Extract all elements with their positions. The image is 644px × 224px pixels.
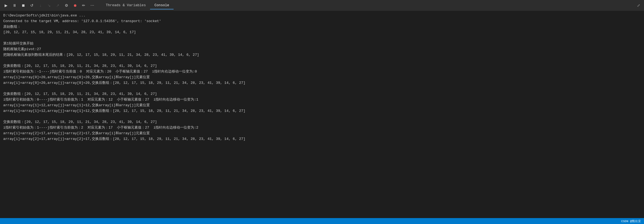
- console-line: i指针索引初始值为：-1----j指针索引当前值：0 对应元素为：20 小于枢轴…: [3, 69, 641, 75]
- clear-button[interactable]: ⏺: [71, 2, 79, 9]
- step-into-button[interactable]: ↘: [45, 2, 53, 9]
- console-line: array[i]=array[1]=12,array[j]=array[1]=1…: [3, 108, 641, 114]
- status-bar: CSDN @熊出没: [0, 218, 644, 224]
- tab-console[interactable]: Console: [150, 2, 174, 9]
- console-line: array[i]=array[0]=20,array[j]=array[0]=2…: [3, 75, 641, 80]
- tabs-area: Threads & Variables Console: [97, 2, 634, 9]
- console-line: Connected to the target VM, address: '12…: [3, 19, 641, 24]
- console-line: array[i]=array[1]=12,array[j]=array[1]=1…: [3, 103, 641, 108]
- toolbar: ▶ ⏸ ⏹ ↺ ↓ ↘ ↗ ⚙ ⏺ ✏ ⋯ Threads & Variable…: [0, 0, 644, 11]
- console-line: 交换前数组：[20, 12, 17, 15, 18, 29, 11, 21, 3…: [3, 91, 641, 97]
- maximize-button[interactable]: ⤢: [635, 2, 642, 9]
- console-line: 交换前数组：[20, 12, 17, 15, 18, 29, 11, 21, 3…: [3, 119, 641, 125]
- console-line: array[i]=array[0]=20,array[j]=array[0]=2…: [3, 80, 641, 86]
- console-line: array[i]=array[2]=17,array[j]=array[2]=1…: [3, 136, 641, 142]
- stop-button[interactable]: ⏹: [19, 2, 27, 9]
- console-line-empty: [3, 86, 641, 91]
- step-out-button[interactable]: ↗: [54, 2, 62, 9]
- console-line: D:\DevloperSofts\jdk21\bin\java.exe ...: [3, 13, 641, 19]
- console-line: array[i]=array[2]=17,array[j]=array[2]=1…: [3, 131, 641, 136]
- rerun-button[interactable]: ↺: [28, 2, 36, 9]
- console-line-empty: [3, 58, 641, 63]
- debug-actions-button[interactable]: ⚙: [63, 2, 70, 9]
- console-line: [20, 12, 27, 15, 18, 29, 11, 21, 34, 28,…: [3, 30, 641, 35]
- console-output: D:\DevloperSofts\jdk21\bin\java.exe ... …: [0, 11, 644, 218]
- console-line: 交换前数组：[20, 12, 17, 15, 18, 29, 11, 21, 3…: [3, 63, 641, 69]
- window-controls: ⤢: [635, 2, 642, 9]
- console-line: 第1轮循环交换开始: [3, 41, 641, 47]
- step-over-button[interactable]: ↓: [37, 2, 44, 9]
- status-text: CSDN @熊出没: [621, 219, 641, 223]
- console-line: 原始数组：: [3, 24, 641, 30]
- more-button[interactable]: ⋯: [89, 2, 96, 9]
- pause-button[interactable]: ⏸: [11, 2, 18, 9]
- console-line: 随机枢轴元素pivot:27: [3, 47, 641, 52]
- resume-button[interactable]: ▶: [2, 2, 10, 9]
- tab-threads-variables[interactable]: Threads & Variables: [101, 2, 150, 9]
- edit-button[interactable]: ✏: [80, 2, 87, 9]
- console-line: 把随机枢轴元素放到数组末尾后的结果：[20, 12, 17, 15, 18, 2…: [3, 52, 641, 58]
- console-line-empty: [3, 114, 641, 119]
- console-line: i指针索引初始值为：1----j指针索引当前值为：2 对应元素为：17 小于枢轴…: [3, 125, 641, 131]
- console-line: i指针索引初始值为：0----j指针索引当前值为：1 对应元素为：12 小于枢轴…: [3, 97, 641, 103]
- console-line-empty: [3, 35, 641, 41]
